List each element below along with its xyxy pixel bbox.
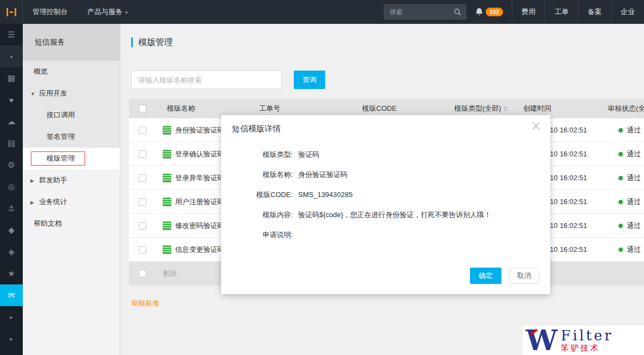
- template-name[interactable]: 修改密码验证码: [175, 221, 224, 231]
- layers-icon[interactable]: ▤: [0, 132, 23, 154]
- close-icon[interactable]: ×: [531, 119, 542, 132]
- row-checkbox[interactable]: [139, 174, 146, 182]
- diamond-icon[interactable]: ◈: [0, 241, 23, 263]
- watermark-logo: W Filter 笨驴技术: [523, 326, 644, 355]
- logo-box[interactable]: [0, 0, 23, 24]
- delete-checkbox[interactable]: [139, 270, 146, 277]
- topbar-link-enterprise[interactable]: 企业: [611, 0, 644, 24]
- topbar-search: [384, 4, 466, 20]
- chevron-down-icon: ▾: [125, 10, 128, 15]
- topbar-link-filing[interactable]: 备案: [578, 0, 611, 24]
- search-icon[interactable]: [449, 5, 466, 19]
- field-value-code: SMS_139430285: [298, 188, 352, 201]
- filter-icon[interactable]: ▽: [504, 106, 508, 112]
- status-label: 通过: [627, 197, 641, 207]
- console-home-link[interactable]: 管理控制台: [23, 0, 78, 24]
- collapse-caret-icon[interactable]: ▾: [0, 46, 23, 67]
- template-name[interactable]: 登录确认验证码: [175, 149, 224, 159]
- chevron-right-icon-2[interactable]: ▸: [0, 328, 23, 350]
- products-grid-icon[interactable]: ▦: [0, 67, 23, 89]
- sidebar-item-label: 帮助文档: [34, 219, 62, 227]
- row-checkbox[interactable]: [139, 222, 146, 230]
- col-header-status: 审核状态(全部: [603, 104, 644, 113]
- template-search-row: 查询: [120, 71, 644, 89]
- status-dot-icon: [619, 152, 623, 156]
- watermark-letter: W: [526, 327, 557, 354]
- template-name[interactable]: 身份验证验证码: [175, 125, 224, 135]
- products-menu[interactable]: 产品与服务▾: [78, 0, 138, 24]
- template-doc-icon: [163, 126, 171, 135]
- row-checkbox[interactable]: [139, 150, 146, 158]
- modal-fields: 模版类型: 验证码 模版名称: 身份验证验证码 模版CODE: SMS_1394…: [221, 148, 550, 242]
- anchor-icon[interactable]: ⚓: [0, 198, 23, 219]
- sidebar-item-template-mgmt[interactable]: 模版管理: [23, 148, 120, 169]
- topbar-link-tickets[interactable]: 工单: [545, 0, 578, 24]
- sidebar-item-overview[interactable]: 概览: [23, 61, 120, 83]
- col-header-type-label: 模版类型(全部): [454, 104, 501, 112]
- row-checkbox[interactable]: [139, 246, 146, 253]
- status-label: 通过: [627, 245, 641, 255]
- sidebar-item-label: 应用开发: [39, 89, 67, 97]
- icon-rail: ☰ ▾ ▦ ♥ ☁ ▤ ⚙ ◎ ⚓ ◆ ◈ ★ ✉ ▸ ▸: [0, 24, 23, 355]
- row-checkbox[interactable]: [139, 198, 146, 206]
- col-header-name: 模版名称: [156, 104, 254, 113]
- sidebar-item-mass-send[interactable]: ▶群发助手: [23, 169, 120, 191]
- status-label: 通过: [627, 173, 641, 183]
- sidebar-item-api-call[interactable]: 接口调用: [23, 104, 120, 126]
- template-name[interactable]: 信息变更验证码: [175, 245, 224, 255]
- bell-icon: [475, 8, 484, 16]
- template-name[interactable]: 用户注册验证码: [175, 197, 224, 207]
- notification-count-badge: 102: [486, 8, 503, 16]
- delete-button[interactable]: 删除: [163, 269, 177, 278]
- col-header-created: 创建时间: [517, 104, 603, 113]
- chevron-right-icon[interactable]: ▸: [0, 306, 23, 328]
- service-title: 短信服务: [23, 24, 120, 61]
- sidebar-item-help-docs[interactable]: 帮助文档: [23, 213, 120, 234]
- template-name[interactable]: 登录异常验证码: [175, 173, 224, 183]
- status-label: 通过: [627, 125, 641, 135]
- chevron-right-icon: ▶: [30, 192, 36, 213]
- watermark-company: 笨驴技术: [561, 343, 613, 353]
- cancel-button[interactable]: 取消: [509, 268, 539, 284]
- field-label-content: 模版内容:: [221, 208, 293, 221]
- template-doc-icon: [163, 221, 171, 230]
- monitor-icon[interactable]: ◎: [0, 176, 23, 198]
- favorites-icon[interactable]: ♥: [0, 89, 23, 111]
- security-icon[interactable]: ◆: [0, 219, 23, 241]
- status-dot-icon: [619, 200, 623, 204]
- notifications[interactable]: 102: [475, 8, 503, 16]
- page-header: 模版管理: [120, 24, 644, 61]
- menu-icon[interactable]: ☰: [0, 24, 23, 46]
- field-value-name: 身份验证验证码: [298, 168, 347, 181]
- field-label-name: 模版名称:: [221, 168, 293, 181]
- watermark-brand: Filter: [561, 328, 613, 343]
- select-all-checkbox[interactable]: [139, 105, 146, 112]
- chevron-down-icon: ▼: [30, 83, 36, 105]
- sidebar-item-business-stats[interactable]: ▶业务统计: [23, 191, 120, 213]
- sms-chat-icon[interactable]: ✉: [0, 284, 23, 306]
- field-label-type: 模版类型:: [221, 148, 293, 161]
- topbar-search-input[interactable]: [384, 8, 449, 16]
- sidebar-item-app-dev[interactable]: ▼应用开发: [23, 83, 120, 104]
- settings-gear-icon[interactable]: ⚙: [0, 154, 23, 176]
- confirm-button[interactable]: 确定: [470, 268, 501, 284]
- sidebar-item-label: 群发助手: [39, 176, 67, 184]
- audit-standards-link[interactable]: 审核标准: [131, 299, 159, 308]
- star-icon[interactable]: ★: [0, 263, 23, 284]
- row-checkbox[interactable]: [139, 126, 146, 134]
- template-detail-modal: 短信模版详情 × 模版类型: 验证码 模版名称: 身份验证验证码 模版CODE:…: [221, 115, 550, 294]
- query-button[interactable]: 查询: [294, 71, 325, 89]
- template-doc-icon: [163, 245, 171, 254]
- sidebar-item-label: 模版管理: [47, 154, 75, 162]
- sidebar-item-signature-mgmt[interactable]: 签名管理: [23, 126, 120, 148]
- field-value-content: 验证码${code}，您正在进行身份验证，打死不要告诉别人哦！: [298, 208, 491, 221]
- col-header-type[interactable]: 模版类型(全部)▽: [449, 104, 517, 113]
- topbar-link-billing[interactable]: 费用: [512, 0, 545, 24]
- col-header-ticket: 工单号: [254, 104, 357, 113]
- title-accent-bar: [131, 37, 133, 47]
- chevron-right-icon: ▶: [30, 170, 36, 192]
- template-doc-icon: [163, 150, 171, 159]
- template-search-input[interactable]: [131, 71, 282, 89]
- cloud-icon[interactable]: ☁: [0, 111, 23, 132]
- page-title: 模版管理: [138, 37, 173, 48]
